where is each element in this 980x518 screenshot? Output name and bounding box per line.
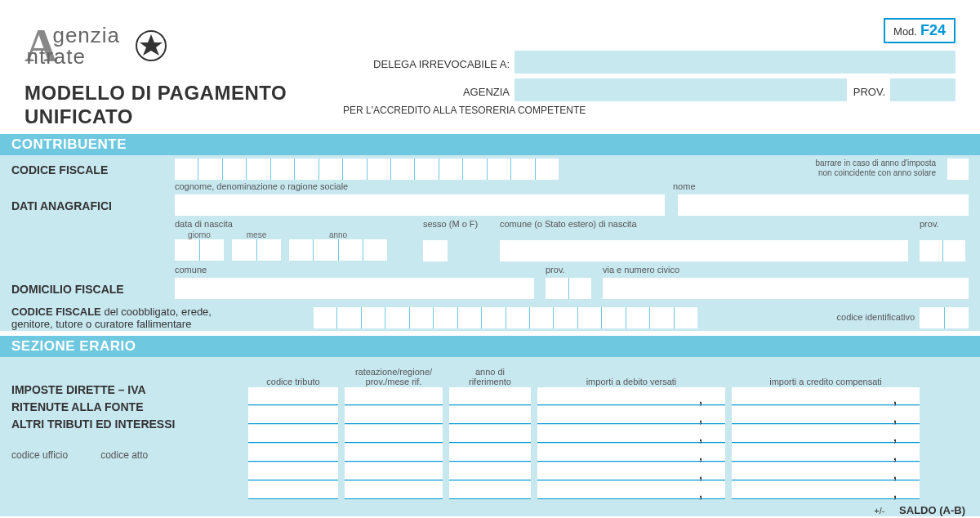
credito-input[interactable]: ,: [732, 387, 920, 405]
nome-sublabel: nome: [673, 181, 696, 191]
saldo-label: +/- SALDO (A-B): [248, 504, 969, 516]
header-area: A genzia ntrate MODELLO DI PAGAMENTO UNI…: [0, 0, 980, 129]
section-contribuente-bar: CONTRIBUENTE: [0, 134, 980, 155]
prov-label: PROV.: [853, 86, 890, 101]
mod-code-box: Mod.F24: [884, 18, 956, 43]
rateazione-input[interactable]: [345, 387, 443, 405]
comune-dom-input[interactable]: [175, 278, 534, 299]
comune-nascita-label: comune (o Stato estero) di nascita: [500, 219, 908, 229]
form-title: MODELLO DI PAGAMENTO UNIFICATO: [24, 82, 343, 129]
comune-nascita-input[interactable]: [500, 240, 908, 261]
erario-row: , ,: [248, 425, 969, 443]
header-right: Mod.F24 DELEGA IRREVOCABILE A: AGENZIA P…: [343, 25, 956, 116]
debito-input[interactable]: ,: [537, 387, 725, 405]
dati-anagrafici-label: DATI ANAGRAFICI: [11, 194, 175, 212]
codice-ident-input[interactable]: [920, 307, 969, 328]
codice-fiscale-label: CODICE FISCALE: [11, 159, 175, 176]
data-nascita-label: data di nascita: [175, 219, 412, 229]
domicilio-label: DOMICILIO FISCALE: [11, 278, 175, 296]
sesso-label: sesso (M o F): [423, 219, 488, 229]
giorno-input[interactable]: [175, 239, 224, 261]
codice-fiscale-input[interactable]: [175, 159, 559, 180]
tesoreria-note: PER L'ACCREDITO ALLA TESORERIA COMPETENT…: [343, 105, 956, 116]
prov-field[interactable]: [890, 78, 956, 101]
delega-field[interactable]: [514, 51, 956, 74]
codice-atto-label: codice atto: [100, 449, 148, 461]
via-label: via e numero civico: [603, 265, 969, 275]
agenzia-label: AGENZIA: [343, 86, 514, 101]
logo-title-block: A genzia ntrate MODELLO DI PAGAMENTO UNI…: [24, 25, 343, 129]
erario-area: IMPOSTE DIRETTE – IVA RITENUTE ALLA FONT…: [0, 357, 980, 516]
mese-input[interactable]: [232, 239, 281, 261]
state-emblem-icon: [133, 28, 169, 64]
barrare-note: barrare in caso di anno d'imposta non co…: [815, 159, 936, 178]
contribuente-area: CODICE FISCALE barrare in caso di anno d…: [0, 155, 980, 331]
prov-dom-input[interactable]: [546, 278, 591, 299]
prov-nascita-input[interactable]: [920, 240, 965, 261]
prov-nascita-label: prov.: [920, 219, 969, 229]
cf-coobbligato-input[interactable]: [314, 307, 697, 328]
erario-row: , ,: [248, 462, 969, 480]
anno-input[interactable]: [289, 239, 387, 261]
prov-dom-label: prov.: [546, 265, 591, 275]
via-input[interactable]: [603, 278, 969, 299]
erario-table: codice tributo rateazione/regione/prov./…: [248, 362, 969, 516]
codice-ident-label: codice identificativo: [837, 312, 915, 322]
section-erario-bar: SEZIONE ERARIO: [0, 336, 980, 357]
cognome-sublabel: cognome, denominazione o ragione sociale: [175, 181, 648, 191]
barrare-checkbox[interactable]: [947, 159, 969, 180]
agenzia-field[interactable]: [514, 78, 847, 101]
logo-line2: ntrate: [26, 46, 120, 67]
erario-row: , ,: [248, 406, 969, 424]
anno-rif-input[interactable]: [449, 387, 531, 405]
logo-line1: genzia: [52, 25, 120, 46]
erario-row: , ,: [248, 481, 969, 499]
coobbligato-label: CODICE FISCALE del coobbligato, erede, g…: [11, 306, 314, 331]
erario-row: , ,: [248, 387, 969, 405]
codice-ufficio-label: codice ufficio: [11, 449, 68, 461]
delega-label: DELEGA IRREVOCABILE A:: [343, 58, 514, 74]
cognome-input[interactable]: [175, 194, 665, 216]
codice-tributo-input[interactable]: [248, 387, 338, 405]
erario-category-labels: IMPOSTE DIRETTE – IVA RITENUTE ALLA FONT…: [11, 382, 248, 433]
comune-label: comune: [175, 265, 534, 275]
erario-row: , ,: [248, 444, 969, 462]
nome-input[interactable]: [678, 194, 969, 216]
agency-logo: A genzia ntrate: [24, 25, 343, 67]
sesso-input[interactable]: [423, 240, 448, 261]
